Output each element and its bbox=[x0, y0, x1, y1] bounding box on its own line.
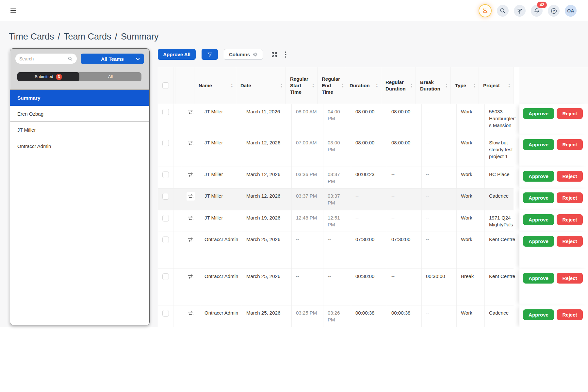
approve-all-button[interactable]: Approve All bbox=[158, 49, 196, 60]
cell-regular_duration: -- bbox=[387, 167, 422, 188]
sort-icon: ▲▼ bbox=[229, 83, 233, 88]
avatar[interactable]: OA bbox=[565, 5, 577, 17]
select-all-checkbox[interactable] bbox=[162, 82, 169, 89]
column-header-regular_duration[interactable]: Regular Duration▲▼ bbox=[381, 67, 416, 104]
row-checkbox[interactable] bbox=[162, 109, 169, 115]
app: 42 ? OA Time Cards/Team Cards/Summary bbox=[0, 0, 588, 392]
row-actions: ApproveReject bbox=[519, 188, 588, 210]
approve-button[interactable]: Approve bbox=[523, 236, 554, 247]
cell-end: 12:51 PM bbox=[323, 210, 351, 232]
sort-icon: ▲▼ bbox=[340, 83, 344, 88]
cell-type: Work bbox=[457, 167, 485, 188]
reject-button[interactable]: Reject bbox=[557, 236, 583, 247]
reassign-icon[interactable] bbox=[187, 236, 195, 244]
columns-button[interactable]: Columns bbox=[224, 49, 263, 60]
team-filter-label: All Teams bbox=[101, 56, 124, 62]
bell-icon[interactable]: 42 bbox=[531, 5, 543, 17]
reject-button[interactable]: Reject bbox=[557, 139, 583, 150]
approve-button[interactable]: Approve bbox=[523, 171, 554, 182]
row-checkbox[interactable] bbox=[162, 215, 169, 221]
row-checkbox[interactable] bbox=[162, 273, 169, 280]
sidebar-item-ontraccr-admin[interactable]: Ontraccr Admin bbox=[10, 138, 149, 154]
cell-start: 07:00 AM bbox=[292, 135, 323, 167]
kebab-menu-icon[interactable] bbox=[285, 51, 286, 58]
row-checkbox[interactable] bbox=[162, 193, 169, 200]
search-icon[interactable] bbox=[497, 5, 509, 17]
reject-button[interactable]: Reject bbox=[557, 192, 583, 203]
reassign-icon[interactable] bbox=[187, 139, 195, 147]
column-header-name[interactable]: Name▲▼ bbox=[194, 67, 236, 104]
table-row: JT MillerMarch 11, 202608:00 AM04:00 PM0… bbox=[158, 104, 588, 135]
reject-button[interactable]: Reject bbox=[557, 273, 583, 284]
breadcrumb-item-time-cards[interactable]: Time Cards bbox=[9, 32, 54, 41]
sidebar-item-summary[interactable]: Summary bbox=[10, 90, 149, 106]
column-header-break_duration[interactable]: Break Duration▲▼ bbox=[416, 67, 451, 104]
expand-icon[interactable] bbox=[271, 51, 278, 58]
whats-new-icon[interactable] bbox=[479, 4, 492, 17]
table-row: Ontraccr AdminMarch 25, 2026----00:30:00… bbox=[158, 269, 588, 305]
column-header-type[interactable]: Type▲▼ bbox=[451, 67, 479, 104]
help-icon[interactable]: ? bbox=[548, 5, 560, 17]
spacer-cell bbox=[173, 167, 181, 188]
hamburger-menu-icon[interactable] bbox=[10, 7, 17, 14]
reassign-icon[interactable] bbox=[187, 214, 195, 222]
tab-all[interactable]: All bbox=[79, 72, 141, 81]
reassign-icon[interactable] bbox=[187, 309, 195, 318]
reassign-icon[interactable] bbox=[187, 192, 195, 201]
reassign-icon[interactable] bbox=[187, 171, 195, 179]
team-filter-button[interactable]: All Teams bbox=[81, 54, 144, 64]
reject-button[interactable]: Reject bbox=[557, 108, 583, 119]
sort-icon: ▲▼ bbox=[507, 83, 511, 88]
column-header-date[interactable]: Date▲▼ bbox=[236, 67, 286, 104]
approve-button[interactable]: Approve bbox=[523, 108, 554, 119]
sidebar-item-jt-miller[interactable]: JT Miller bbox=[10, 122, 149, 138]
cell-type: Work bbox=[457, 305, 485, 327]
approve-button[interactable]: Approve bbox=[523, 139, 554, 150]
cell-regular_duration: 08:00:00 bbox=[387, 135, 422, 167]
cell-duration: -- bbox=[351, 188, 387, 210]
tab-submitted[interactable]: Submitted 3 bbox=[17, 72, 79, 81]
row-checkbox[interactable] bbox=[162, 140, 169, 146]
search-field bbox=[15, 54, 77, 64]
sidebar: All Teams Submitted 3 All SummaryEren Oz… bbox=[10, 48, 150, 325]
row-icon-cell bbox=[181, 232, 200, 269]
column-header-label: Break Duration bbox=[420, 79, 444, 92]
column-header-end[interactable]: Regular End Time▲▼ bbox=[318, 67, 345, 104]
approve-button[interactable]: Approve bbox=[523, 192, 554, 203]
search-input[interactable] bbox=[19, 56, 68, 61]
upload-icon[interactable] bbox=[514, 5, 526, 17]
column-header-start[interactable]: Regular Start Time▲▼ bbox=[286, 67, 318, 104]
column-header-duration[interactable]: Duration▲▼ bbox=[345, 67, 381, 104]
tab-submitted-label: Submitted bbox=[35, 74, 53, 79]
approve-button[interactable]: Approve bbox=[523, 273, 554, 284]
cell-date: March 25, 2026 bbox=[242, 305, 292, 327]
breadcrumb-item-team-cards[interactable]: Team Cards bbox=[64, 32, 111, 41]
sort-icon: ▲▼ bbox=[311, 83, 315, 88]
row-checkbox[interactable] bbox=[162, 310, 169, 317]
topbar-icons: 42 ? OA bbox=[479, 4, 577, 17]
reject-button[interactable]: Reject bbox=[557, 214, 583, 225]
approve-button[interactable]: Approve bbox=[523, 309, 554, 320]
approve-button[interactable]: Approve bbox=[523, 214, 554, 225]
cell-regular_duration: -- bbox=[387, 210, 422, 232]
spacer-cell bbox=[173, 210, 181, 232]
cell-break_duration: -- bbox=[422, 104, 457, 135]
cell-break_duration: -- bbox=[422, 135, 457, 167]
cell-regular_duration: 00:00:38 bbox=[387, 305, 422, 327]
cell-project: Kent Centre bbox=[485, 269, 519, 305]
cell-type: Work bbox=[457, 104, 485, 135]
reassign-icon[interactable] bbox=[187, 272, 195, 281]
column-header-label: Name bbox=[199, 82, 212, 89]
cell-duration: 00:30:00 bbox=[351, 269, 387, 305]
row-actions: ApproveReject bbox=[519, 135, 588, 167]
cell-type: Work bbox=[457, 135, 485, 167]
row-checkbox[interactable] bbox=[162, 172, 169, 178]
column-header-project[interactable]: Project▲▼ bbox=[479, 67, 514, 104]
sidebar-item-eren-ozbag[interactable]: Eren Ozbag bbox=[10, 106, 149, 122]
reject-button[interactable]: Reject bbox=[557, 171, 583, 182]
reject-button[interactable]: Reject bbox=[557, 309, 583, 320]
cell-break_duration: -- bbox=[422, 232, 457, 269]
filter-button[interactable] bbox=[202, 49, 218, 60]
reassign-icon[interactable] bbox=[187, 108, 195, 116]
row-checkbox[interactable] bbox=[162, 237, 169, 243]
